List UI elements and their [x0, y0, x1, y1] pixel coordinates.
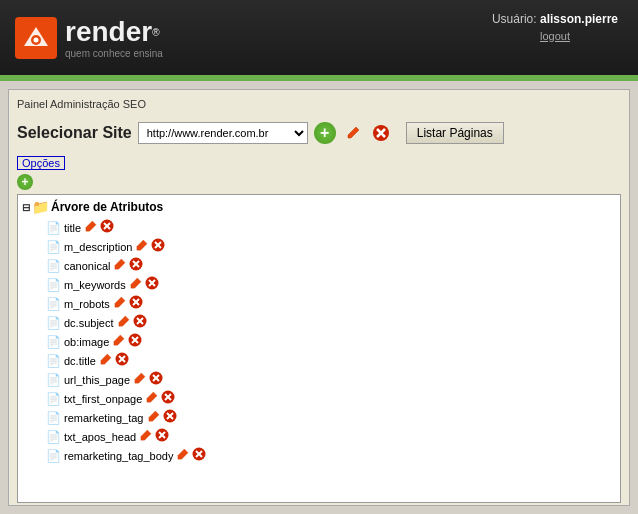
site-select[interactable]: http://www.render.com.br [138, 122, 308, 144]
registered-mark: ® [152, 27, 159, 38]
item-name: canonical [64, 260, 110, 272]
edit-item-icon[interactable] [147, 410, 160, 425]
item-name: dc.subject [64, 317, 114, 329]
delete-item-icon[interactable] [161, 390, 175, 407]
select-site-label: Selecionar Site [17, 124, 132, 142]
tree-item: 📄 txt_apos_head [46, 428, 616, 445]
edit-item-icon[interactable] [129, 277, 142, 292]
delete-item-icon[interactable] [133, 314, 147, 331]
panel-title: Painel Administração SEO [17, 98, 621, 110]
brand-name: render [65, 16, 152, 47]
tree-item: 📄 remarketing_tag_body [46, 447, 616, 464]
item-name: m_keywords [64, 279, 126, 291]
tree-item: 📄 url_this_page [46, 371, 616, 388]
tree-toggle[interactable]: ⊟ [22, 202, 30, 213]
item-name: remarketing_tag [64, 412, 144, 424]
edit-item-icon[interactable] [133, 372, 146, 387]
list-pages-button[interactable]: Listar Páginas [406, 122, 504, 144]
tree-root: ⊟ 📁 Árvore de Atributos [22, 199, 616, 215]
delete-item-icon[interactable] [163, 409, 177, 426]
doc-icon: 📄 [46, 316, 61, 330]
doc-icon: 📄 [46, 392, 61, 406]
item-name: title [64, 222, 81, 234]
add-attribute-button[interactable]: + [17, 174, 33, 190]
tree-item: 📄 m_keywords [46, 276, 616, 293]
options-link[interactable]: Opções [17, 156, 65, 170]
username-label: Usuário: alisson.pierre [492, 12, 618, 26]
logo-container: render® quem conhece ensina [15, 16, 163, 59]
doc-icon: 📄 [46, 430, 61, 444]
edit-item-icon[interactable] [113, 258, 126, 273]
doc-icon: 📄 [46, 240, 61, 254]
main-content: Painel Administração SEO Selecionar Site… [0, 81, 638, 514]
tree-item: 📄 title [46, 219, 616, 236]
item-name: txt_apos_head [64, 431, 136, 443]
select-site-row: Selecionar Site http://www.render.com.br… [17, 118, 621, 148]
doc-icon: 📄 [46, 373, 61, 387]
edit-item-icon[interactable] [139, 429, 152, 444]
tree-item: 📄 dc.title [46, 352, 616, 369]
delete-item-icon[interactable] [100, 219, 114, 236]
doc-icon: 📄 [46, 354, 61, 368]
delete-item-icon[interactable] [128, 333, 142, 350]
tree-item: 📄 remarketing_tag [46, 409, 616, 426]
edit-item-icon[interactable] [176, 448, 189, 463]
delete-item-icon[interactable] [129, 257, 143, 274]
doc-icon: 📄 [46, 278, 61, 292]
edit-item-icon[interactable] [84, 220, 97, 235]
tree-item: 📄 m_description [46, 238, 616, 255]
username-value: alisson.pierre [540, 12, 618, 26]
doc-icon: 📄 [46, 449, 61, 463]
delete-item-icon[interactable] [149, 371, 163, 388]
tree-root-label: Árvore de Atributos [51, 200, 163, 214]
item-name: txt_first_onpage [64, 393, 142, 405]
item-name: m_robots [64, 298, 110, 310]
doc-icon: 📄 [46, 335, 61, 349]
item-name: dc.title [64, 355, 96, 367]
doc-icon: 📄 [46, 259, 61, 273]
item-name: url_this_page [64, 374, 130, 386]
doc-icon: 📄 [46, 297, 61, 311]
delete-site-button[interactable] [370, 122, 392, 144]
doc-icon: 📄 [46, 221, 61, 235]
tagline: quem conhece ensina [65, 48, 163, 59]
attribute-tree: ⊟ 📁 Árvore de Atributos 📄 title [17, 194, 621, 503]
delete-item-icon[interactable] [192, 447, 206, 464]
delete-item-icon[interactable] [145, 276, 159, 293]
tree-item: 📄 canonical [46, 257, 616, 274]
edit-item-icon[interactable] [113, 296, 126, 311]
svg-point-2 [34, 37, 39, 42]
item-name: ob:image [64, 336, 109, 348]
edit-item-icon[interactable] [112, 334, 125, 349]
tree-item: 📄 ob:image [46, 333, 616, 350]
edit-item-icon[interactable] [135, 239, 148, 254]
tree-item: 📄 dc.subject [46, 314, 616, 331]
admin-panel: Painel Administração SEO Selecionar Site… [8, 89, 630, 506]
add-row: + [17, 174, 621, 190]
logo-icon [15, 17, 57, 59]
tree-item: 📄 m_robots [46, 295, 616, 312]
delete-item-icon[interactable] [115, 352, 129, 369]
doc-icon: 📄 [46, 411, 61, 425]
tree-items: 📄 title 📄 m_description [22, 219, 616, 464]
app-header: render® quem conhece ensina Usuário: ali… [0, 0, 638, 75]
delete-item-icon[interactable] [155, 428, 169, 445]
add-site-button[interactable]: + [314, 122, 336, 144]
edit-site-button[interactable] [342, 122, 364, 144]
delete-item-icon[interactable] [151, 238, 165, 255]
item-name: remarketing_tag_body [64, 450, 173, 462]
logout-link[interactable]: logout [492, 30, 618, 42]
logo-text: render® quem conhece ensina [65, 16, 163, 59]
edit-item-icon[interactable] [117, 315, 130, 330]
delete-item-icon[interactable] [129, 295, 143, 312]
edit-item-icon[interactable] [145, 391, 158, 406]
edit-item-icon[interactable] [99, 353, 112, 368]
tree-item: 📄 txt_first_onpage [46, 390, 616, 407]
options-row: Opções [17, 156, 621, 170]
user-info: Usuário: alisson.pierre logout [492, 12, 618, 42]
folder-icon: 📁 [32, 199, 49, 215]
item-name: m_description [64, 241, 132, 253]
